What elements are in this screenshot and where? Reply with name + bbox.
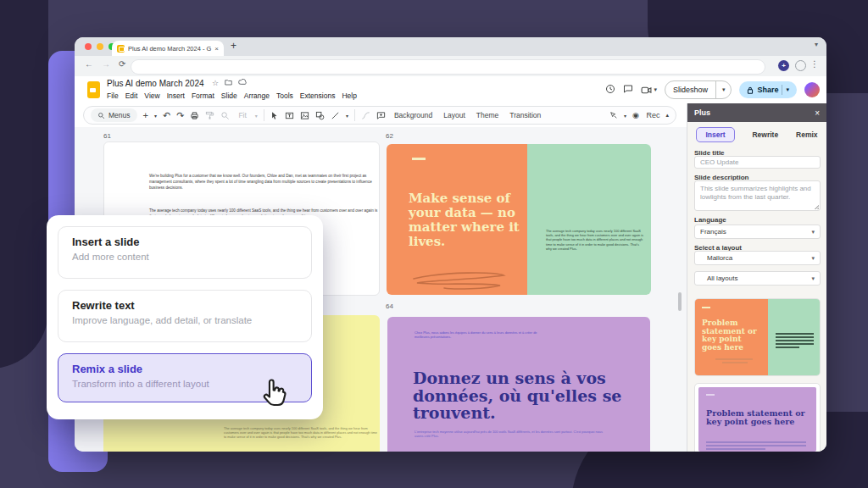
profile-icon[interactable] xyxy=(795,60,806,71)
laser-pointer-icon[interactable] xyxy=(609,111,618,119)
slide-description-textarea[interactable]: This slide summarizes highlights and low… xyxy=(694,180,821,211)
move-folder-icon[interactable] xyxy=(225,79,232,87)
share-caret-icon[interactable]: ▾ xyxy=(786,86,789,93)
select-cursor-icon[interactable] xyxy=(270,111,279,120)
slideshow-caret-icon[interactable]: ▾ xyxy=(716,86,732,93)
insert-shape-icon[interactable] xyxy=(315,111,325,120)
option-title: Remix a slide xyxy=(72,363,298,375)
fit-caret-icon[interactable]: ▾ xyxy=(255,113,258,119)
micro-line xyxy=(776,340,814,341)
slide-number-62: 62 xyxy=(386,132,393,140)
paint-format-icon[interactable] xyxy=(205,111,214,120)
slides-app-icon[interactable] xyxy=(87,81,100,98)
new-slide-button[interactable]: + xyxy=(143,110,148,120)
traffic-minimize-button[interactable] xyxy=(97,43,103,50)
menus-search-button[interactable]: Menus xyxy=(91,108,137,122)
share-button[interactable]: Share ▾ xyxy=(739,81,797,98)
meet-camera-icon[interactable]: ▾ xyxy=(641,86,657,95)
tab-close-icon[interactable]: × xyxy=(214,45,219,53)
scribble-underline xyxy=(407,269,512,291)
browser-menu-icon[interactable]: ⋮ xyxy=(810,59,819,69)
menu-tools[interactable]: Tools xyxy=(276,92,293,100)
laser-caret-icon[interactable]: ▾ xyxy=(624,113,626,119)
new-tab-button[interactable]: + xyxy=(231,40,236,52)
record-button[interactable]: ◉ Rec xyxy=(632,111,659,119)
menu-file[interactable]: File xyxy=(107,92,119,100)
panel-close-icon[interactable]: × xyxy=(815,108,820,118)
canvas-scrollbar-thumb[interactable] xyxy=(678,292,682,311)
layout-select[interactable]: Mallorca ▾ xyxy=(694,251,821,265)
option-subtitle: Add more content xyxy=(72,252,298,262)
menu-edit[interactable]: Edit xyxy=(125,92,138,100)
menu-extensions[interactable]: Extensions xyxy=(300,92,336,100)
tabstrip-chevron-icon[interactable]: ▾ xyxy=(815,41,818,48)
undo-icon[interactable]: ↶ xyxy=(163,110,170,121)
rewrite-text-option[interactable]: Rewrite text Improve language, add detai… xyxy=(58,290,312,342)
tab-strip: Plus AI demo March 2024 - G × + ▾ xyxy=(75,37,826,56)
tab-insert[interactable]: Insert xyxy=(696,127,734,142)
back-icon[interactable]: ← xyxy=(85,59,93,69)
slide-number-61: 61 xyxy=(103,132,111,140)
version-history-icon[interactable] xyxy=(605,82,615,97)
app-header: Plus AI demo March 2024 ☆ File Edit View… xyxy=(75,76,826,103)
print-icon[interactable] xyxy=(190,111,199,120)
tab-rewrite[interactable]: Rewrite xyxy=(752,130,778,139)
menu-view[interactable]: View xyxy=(144,92,159,100)
comment-icon[interactable] xyxy=(623,82,633,97)
menu-insert[interactable]: Insert xyxy=(167,92,185,100)
slide-title-input[interactable] xyxy=(694,156,821,169)
insert-line-icon[interactable] xyxy=(331,111,340,120)
divider xyxy=(782,85,782,95)
slide-64-thumbnail[interactable]: Chez Plus, nous aidons les équipes à don… xyxy=(387,317,650,452)
extension-icon[interactable]: + xyxy=(778,60,789,71)
camera-caret-icon[interactable]: ▾ xyxy=(654,86,657,93)
background-button[interactable]: Background xyxy=(392,111,435,119)
browser-tab[interactable]: Plus AI demo March 2024 - G × xyxy=(112,41,224,56)
collapse-toolbar-icon[interactable]: ▴ xyxy=(665,112,669,119)
slide-62-thumbnail[interactable]: Make sense of your data — no matter wher… xyxy=(387,144,651,295)
layout-button[interactable]: Layout xyxy=(441,111,468,119)
share-label: Share xyxy=(757,86,778,94)
chevron-down-icon: ▾ xyxy=(811,275,815,282)
account-avatar[interactable] xyxy=(804,82,820,97)
add-comment-icon[interactable] xyxy=(376,111,386,120)
search-icon xyxy=(97,112,105,119)
insert-image-icon[interactable] xyxy=(300,111,309,120)
reload-icon[interactable]: ⟳ xyxy=(119,59,125,69)
menu-format[interactable]: Format xyxy=(192,92,214,100)
chevron-down-icon: ▾ xyxy=(811,229,815,236)
tab-remix[interactable]: Remix xyxy=(796,130,818,139)
theme-button[interactable]: Theme xyxy=(474,111,501,119)
layout-thumbnail-purple[interactable]: Problem statement or key point goes here xyxy=(694,383,821,452)
redo-icon[interactable]: ↷ xyxy=(176,110,184,121)
menu-help[interactable]: Help xyxy=(342,92,356,100)
chevron-down-icon: ▾ xyxy=(811,255,815,262)
slideshow-button[interactable]: Slideshow ▾ xyxy=(665,80,732,99)
traffic-close-button[interactable] xyxy=(85,43,92,50)
insert-a-slide-option[interactable]: Insert a slide Add more content xyxy=(58,226,312,279)
menu-arrange[interactable]: Arrange xyxy=(244,92,270,100)
lock-icon xyxy=(747,82,754,97)
transition-button[interactable]: Transition xyxy=(507,111,543,119)
layout-thumbnail-orange[interactable]: Problem statement or key point goes here xyxy=(694,298,821,376)
language-select[interactable]: Français ▾ xyxy=(694,225,821,239)
slideshow-label: Slideshow xyxy=(665,86,715,94)
layout-filter-select[interactable]: All layouts ▾ xyxy=(694,271,821,286)
forward-icon[interactable]: → xyxy=(102,59,110,69)
zoom-icon[interactable] xyxy=(220,111,230,120)
menu-slide[interactable]: Slide xyxy=(221,92,237,100)
cloud-status-icon[interactable] xyxy=(238,79,248,87)
divider xyxy=(354,109,355,121)
document-title[interactable]: Plus AI demo March 2024 xyxy=(107,79,204,88)
curve-tool-icon[interactable] xyxy=(361,111,370,120)
fit-zoom-select[interactable]: Fit xyxy=(236,111,248,119)
plus-ai-panel: Plus × Insert Rewrite Remix Slide title … xyxy=(687,103,826,452)
text-box-icon[interactable] xyxy=(285,111,294,120)
new-slide-caret-icon[interactable]: ▾ xyxy=(154,113,157,119)
micro-line xyxy=(722,362,748,363)
address-bar[interactable] xyxy=(131,59,765,75)
slides-toolbar: Menus + ▾ ↶ ↷ Fit ▾ ▾ xyxy=(83,106,676,125)
star-icon[interactable]: ☆ xyxy=(212,79,219,87)
marketing-background: Plus AI demo March 2024 - G × + ▾ ← → ⟳ … xyxy=(0,0,868,488)
line-caret-icon[interactable]: ▾ xyxy=(346,113,348,119)
